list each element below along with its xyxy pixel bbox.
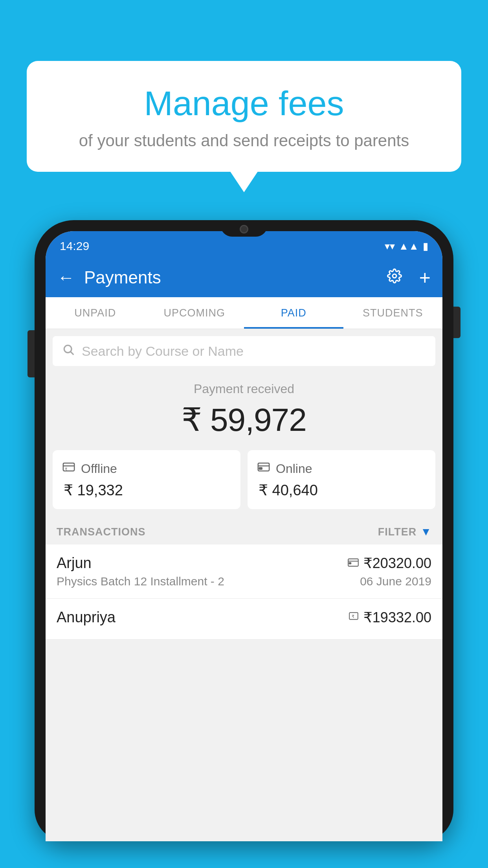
offline-card: ₹ Offline ₹ 19,332 — [53, 450, 240, 509]
svg-rect-11 — [349, 563, 351, 564]
phone-outer: 14:29 ▾▾ ▲▲ ▮ ← Payments + — [35, 220, 453, 841]
status-icons: ▾▾ ▲▲ ▮ — [385, 240, 428, 252]
speech-bubble: Manage fees of your students and send re… — [27, 61, 461, 172]
settings-icon[interactable] — [387, 268, 402, 287]
offline-label: Offline — [81, 462, 117, 476]
transaction-top-arjun: Arjun ₹20320.00 — [57, 555, 431, 572]
payment-summary: Payment received ₹ 59,972 — [46, 366, 442, 450]
tab-paid[interactable]: PAID — [244, 297, 343, 329]
battery-icon: ▮ — [423, 240, 428, 252]
transaction-bottom-arjun: Physics Batch 12 Installment - 2 06 June… — [57, 575, 431, 588]
transaction-name-anupriya: Anupriya — [57, 609, 116, 626]
transaction-row-arjun[interactable]: Arjun ₹20320.00 — [46, 544, 442, 599]
add-button[interactable]: + — [419, 266, 431, 289]
transaction-amount-val-anupriya: ₹19332.00 — [363, 609, 431, 626]
payment-type-icon-anupriya: ₹ — [349, 611, 359, 624]
transaction-amount-val-arjun: ₹20320.00 — [363, 555, 431, 572]
back-button[interactable]: ← — [57, 269, 75, 286]
svg-line-2 — [71, 352, 73, 355]
phone-screen: 14:29 ▾▾ ▲▲ ▮ ← Payments + — [46, 231, 442, 841]
signal-icon: ▲▲ — [399, 240, 419, 252]
front-camera — [240, 225, 248, 234]
speech-bubble-container: Manage fees of your students and send re… — [27, 61, 461, 172]
filter-icon: ▼ — [420, 526, 431, 538]
offline-card-header: ₹ Offline — [62, 460, 231, 477]
online-card: Online ₹ 40,640 — [248, 450, 435, 509]
status-time: 14:29 — [60, 239, 89, 253]
offline-payment-icon: ₹ — [62, 460, 75, 477]
payment-total-amount: ₹ 59,972 — [53, 401, 435, 438]
svg-point-1 — [64, 345, 72, 353]
transaction-course-arjun: Physics Batch 12 Installment - 2 — [57, 575, 224, 588]
transaction-row-anupriya[interactable]: Anupriya ₹ ₹19332.00 — [46, 599, 442, 640]
filter-label: FILTER — [378, 526, 416, 538]
search-icon — [62, 343, 75, 359]
payment-type-icon-arjun — [348, 557, 359, 570]
app-header: ← Payments + — [46, 258, 442, 297]
svg-text:₹: ₹ — [65, 467, 67, 471]
online-card-header: Online — [257, 460, 426, 477]
phone-wrapper: 14:29 ▾▾ ▲▲ ▮ ← Payments + — [35, 220, 453, 868]
tab-upcoming[interactable]: UPCOMING — [145, 297, 244, 329]
transaction-amount-arjun: ₹20320.00 — [348, 555, 431, 572]
transaction-amount-anupriya: ₹ ₹19332.00 — [349, 609, 431, 626]
svg-rect-8 — [259, 467, 262, 469]
filter-container[interactable]: FILTER ▼ — [378, 526, 431, 538]
online-label: Online — [276, 462, 312, 476]
online-payment-icon — [257, 460, 270, 477]
svg-point-0 — [393, 274, 396, 278]
page-title: Payments — [84, 268, 378, 287]
transaction-name-arjun: Arjun — [57, 555, 92, 572]
tabs-bar: UNPAID UPCOMING PAID STUDENTS — [46, 297, 442, 329]
content-area: Search by Course or Name Payment receive… — [46, 336, 442, 640]
transaction-date-arjun: 06 June 2019 — [360, 575, 431, 588]
tab-students[interactable]: STUDENTS — [343, 297, 443, 329]
search-bar[interactable]: Search by Course or Name — [53, 336, 435, 366]
online-amount: ₹ 40,640 — [257, 482, 426, 499]
bubble-subtitle: of your students and send receipts to pa… — [46, 131, 442, 150]
wifi-icon: ▾▾ — [385, 240, 395, 252]
payment-received-label: Payment received — [53, 382, 435, 396]
transaction-top-anupriya: Anupriya ₹ ₹19332.00 — [57, 609, 431, 626]
offline-amount: ₹ 19,332 — [62, 482, 231, 499]
tab-unpaid[interactable]: UNPAID — [46, 297, 145, 329]
bubble-title: Manage fees — [46, 85, 442, 123]
payment-cards: ₹ Offline ₹ 19,332 — [46, 450, 442, 519]
svg-text:₹: ₹ — [351, 614, 354, 619]
phone-notch — [220, 220, 268, 237]
search-input[interactable]: Search by Course or Name — [82, 344, 426, 359]
transactions-label: TRANSACTIONS — [57, 526, 146, 538]
transactions-header: TRANSACTIONS FILTER ▼ — [46, 519, 442, 544]
